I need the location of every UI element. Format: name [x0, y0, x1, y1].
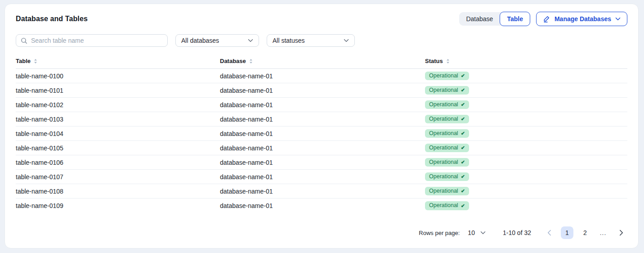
- page-title: Database and Tables: [16, 15, 88, 23]
- page-button-2[interactable]: 2: [579, 226, 591, 239]
- next-page-button[interactable]: [615, 226, 627, 239]
- column-header-status[interactable]: Status: [425, 58, 627, 69]
- check-icon: ✔: [461, 203, 465, 208]
- database-filter-value: All databases: [181, 37, 219, 44]
- chevron-down-icon: [344, 39, 349, 42]
- check-icon: ✔: [461, 188, 465, 194]
- page-buttons: 12...: [561, 226, 609, 239]
- table-row: table-name-0106database-name-01Operation…: [16, 155, 627, 170]
- sort-icon[interactable]: [446, 59, 450, 64]
- check-icon: ✔: [461, 116, 465, 122]
- column-header-table[interactable]: Table: [16, 58, 220, 69]
- table-row: table-name-0100database-name-01Operation…: [16, 69, 627, 83]
- database-name-cell: database-name-01: [220, 141, 425, 155]
- status-filter-select[interactable]: All statuses: [267, 34, 355, 47]
- check-icon: ✔: [461, 73, 465, 78]
- database-name-cell: database-name-01: [220, 98, 425, 112]
- previous-page-button[interactable]: [543, 226, 555, 239]
- pagination-bar: Rows per page: 10 1-10 of 32 12...: [419, 226, 627, 239]
- status-badge: Operational✔: [425, 172, 469, 181]
- database-name-cell: database-name-01: [220, 155, 425, 170]
- status-badge: Operational✔: [425, 129, 469, 138]
- chevron-down-icon: [480, 231, 486, 235]
- status-badge: Operational✔: [425, 115, 469, 124]
- table-name-cell: table-name-0101: [16, 83, 220, 98]
- status-badge: Operational✔: [425, 100, 469, 109]
- page-button-1[interactable]: 1: [561, 226, 573, 239]
- table-name-cell: table-name-0104: [16, 126, 220, 141]
- table-row: table-name-0108database-name-01Operation…: [16, 184, 627, 199]
- check-icon: ✔: [461, 131, 465, 136]
- rows-per-page-select[interactable]: 10: [468, 229, 486, 236]
- status-cell: Operational✔: [425, 69, 627, 83]
- view-toggle: Database Table: [459, 12, 529, 26]
- table-name-cell: table-name-0105: [16, 141, 220, 155]
- rows-per-page-label: Rows per page:: [419, 230, 460, 236]
- search-input[interactable]: [31, 37, 163, 44]
- table-header-row: Table Database: [16, 58, 627, 69]
- status-badge: Operational✔: [425, 86, 469, 95]
- table-name-cell: table-name-0103: [16, 112, 220, 126]
- sort-icon[interactable]: [34, 59, 37, 64]
- status-cell: Operational✔: [425, 170, 627, 184]
- search-icon: [21, 37, 27, 44]
- page-range-text: 1-10 of 32: [503, 229, 531, 236]
- status-cell: Operational✔: [425, 199, 627, 213]
- status-badge: Operational✔: [425, 187, 469, 196]
- status-cell: Operational✔: [425, 112, 627, 126]
- status-cell: Operational✔: [425, 98, 627, 112]
- status-cell: Operational✔: [425, 126, 627, 141]
- table-name-cell: table-name-0109: [16, 199, 220, 213]
- table-name-cell: table-name-0100: [16, 69, 220, 83]
- status-badge: Operational✔: [425, 158, 469, 167]
- status-cell: Operational✔: [425, 83, 627, 98]
- table-row: table-name-0104database-name-01Operation…: [16, 126, 627, 141]
- chevron-down-icon: [248, 39, 253, 42]
- database-name-cell: database-name-01: [220, 83, 425, 98]
- sort-icon[interactable]: [249, 59, 253, 64]
- toggle-database[interactable]: Database: [459, 12, 500, 26]
- header-actions: Database Table Manage Databases: [459, 12, 627, 26]
- table-row: table-name-0107database-name-01Operation…: [16, 170, 627, 184]
- table-name-cell: table-name-0102: [16, 98, 220, 112]
- database-filter-select[interactable]: All databases: [175, 34, 259, 47]
- table-row: table-name-0101database-name-01Operation…: [16, 83, 627, 98]
- rows-per-page-value: 10: [468, 229, 475, 236]
- manage-databases-label: Manage Databases: [555, 15, 611, 23]
- card-header: Database and Tables Database Table Manag…: [16, 12, 627, 26]
- page-ellipsis[interactable]: ...: [597, 226, 609, 239]
- table-row: table-name-0103database-name-01Operation…: [16, 112, 627, 126]
- chevron-left-icon: [547, 230, 551, 236]
- chevron-down-icon: [615, 17, 621, 21]
- status-cell: Operational✔: [425, 155, 627, 170]
- table-row: table-name-0105database-name-01Operation…: [16, 141, 627, 155]
- table-name-cell: table-name-0106: [16, 155, 220, 170]
- database-name-cell: database-name-01: [220, 199, 425, 213]
- status-cell: Operational✔: [425, 141, 627, 155]
- status-badge: Operational✔: [425, 201, 469, 210]
- check-icon: ✔: [461, 159, 465, 165]
- status-badge: Operational✔: [425, 72, 469, 81]
- search-box[interactable]: [16, 34, 168, 47]
- database-name-cell: database-name-01: [220, 69, 425, 83]
- manage-databases-button[interactable]: Manage Databases: [536, 12, 627, 26]
- tables-table: Table Database: [16, 58, 627, 213]
- column-header-database[interactable]: Database: [220, 58, 425, 69]
- database-name-cell: database-name-01: [220, 126, 425, 141]
- status-cell: Operational✔: [425, 184, 627, 199]
- table-row: table-name-0109database-name-01Operation…: [16, 199, 627, 213]
- status-filter-value: All statuses: [273, 37, 305, 44]
- check-icon: ✔: [461, 87, 465, 93]
- toggle-table[interactable]: Table: [500, 12, 530, 26]
- table-name-cell: table-name-0107: [16, 170, 220, 184]
- filters-bar: All databases All statuses: [16, 34, 627, 47]
- database-name-cell: database-name-01: [220, 112, 425, 126]
- check-icon: ✔: [461, 102, 465, 107]
- status-badge: Operational✔: [425, 144, 469, 153]
- table-row: table-name-0102database-name-01Operation…: [16, 98, 627, 112]
- database-name-cell: database-name-01: [220, 184, 425, 199]
- edit-pencil-icon: [543, 15, 550, 23]
- database-name-cell: database-name-01: [220, 170, 425, 184]
- check-icon: ✔: [461, 174, 465, 179]
- check-icon: ✔: [461, 145, 465, 150]
